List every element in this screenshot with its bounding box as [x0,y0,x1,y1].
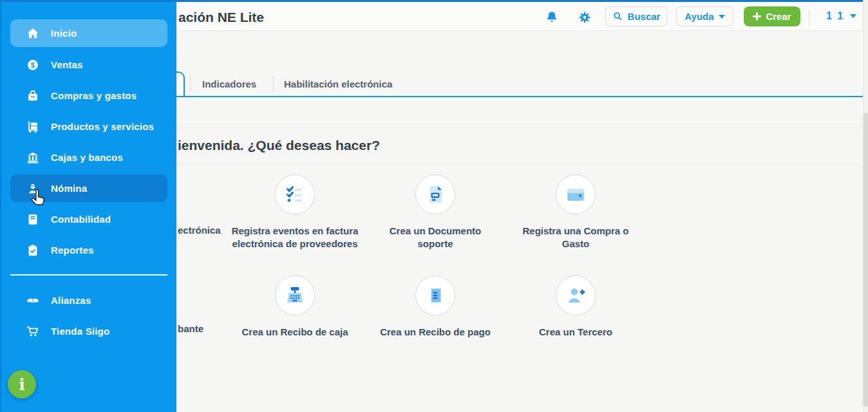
tab-indicadores[interactable]: Indicadores [202,72,256,97]
sidebar-divider [10,274,167,276]
card-documento-soporte[interactable]: Crea un Documento soporte [371,174,500,250]
plus-icon [753,12,761,21]
home-icon [26,26,40,41]
shopping-bag-icon [26,89,40,103]
top-accent-bar [0,0,868,2]
card-recibo-de-caja[interactable]: Crea un Recibo de caja [231,276,359,339]
create-button-label: Crear [766,11,791,22]
dolly-icon [26,120,40,134]
sidebar-item-label: Alianzas [51,295,91,306]
tab-separator [190,75,191,92]
document-icon [415,174,455,214]
tab-separator [273,75,274,92]
svg-text:$: $ [31,61,35,68]
cash-register-icon [275,276,315,315]
account-label: 1 1 [826,10,844,22]
sidebar-item-label: Inicio [51,28,77,39]
sidebar-item-nomina[interactable]: Nómina [10,174,167,202]
chevron-down-icon [719,15,725,19]
sidebar-item-label: Ventas [51,59,83,70]
card-recibo-de-pago[interactable]: Crea un Recibo de pago [371,276,500,339]
sidebar-item-label: Reportes [51,245,94,256]
card-label: Crea un Documento soporte [371,225,500,250]
sidebar-item-label: Compras y gastos [51,90,137,101]
scrollbar-thumb[interactable] [863,113,868,407]
info-badge[interactable]: i [8,370,36,398]
help-button-label: Ayuda [684,11,713,22]
sidebar-item-reportes[interactable]: Reportes [10,236,167,264]
sidebar-item-ventas[interactable]: $ Ventas [10,51,167,79]
card-label: Registra eventos en factura electrónica … [231,225,359,250]
sidebar-item-cajas-y-bancos[interactable]: Cajas y bancos [10,144,167,171]
clipboard-check-icon [26,243,40,258]
card-label: Registra una Compra o Gasto [511,225,640,250]
handshake-icon [26,294,40,308]
search-button-label: Buscar [628,11,661,22]
ledger-book-icon [26,212,40,227]
sidebar: Inicio $ Ventas Compras y gastos Product… [0,0,176,412]
notifications-bell-icon[interactable] [545,10,559,24]
card-label: Crea un Recibo de caja [231,326,359,339]
sidebar-item-productos-y-servicios[interactable]: Productos y servicios [10,113,167,140]
chevron-down-icon [850,14,856,18]
person-add-icon [556,276,596,315]
card-registra-eventos-factura[interactable]: Registra eventos en factura electrónica … [231,174,359,250]
card-label: Crea un Recibo de pago [371,326,500,339]
shopping-cart-icon [26,324,40,339]
receipt-icon [415,276,455,315]
account-menu[interactable]: 1 1 [826,10,856,22]
card-compra-o-gasto[interactable]: Registra una Compra o Gasto [511,174,640,250]
sidebar-item-label: Cajas y bancos [51,152,123,163]
sidebar-item-compras-y-gastos[interactable]: Compras y gastos [10,82,167,109]
sidebar-item-contabilidad[interactable]: Contabilidad [10,205,167,233]
help-button[interactable]: Ayuda [676,6,733,26]
bank-icon [26,151,40,165]
worker-icon [26,182,40,196]
header-divider [809,9,809,26]
gear-icon[interactable] [578,10,592,24]
card-factura-electronica-partial[interactable]: ectrónica [178,225,221,236]
sidebar-item-label: Nómina [51,183,87,194]
wallet-icon [556,174,596,214]
sidebar-item-inicio[interactable]: Inicio [10,19,167,47]
search-button[interactable]: Buscar [605,6,667,26]
dollar-icon: $ [26,58,40,72]
page-title: ación NE Lite [178,10,264,25]
welcome-heading: ienvenida. ¿Qué deseas hacer? [178,138,380,153]
tab-habilitacion-electronica[interactable]: Habilitación electrónica [284,72,392,97]
sidebar-item-label: Productos y servicios [51,121,154,132]
create-button[interactable]: Crear [744,6,800,26]
card-label: Crea un Tercero [511,326,640,339]
sidebar-item-alianzas[interactable]: Alianzas [10,286,167,314]
sidebar-item-tienda-siigo[interactable]: Tienda Siigo [10,317,167,345]
search-icon [612,11,623,22]
sidebar-item-label: Contabilidad [51,214,111,225]
card-tercero[interactable]: Crea un Tercero [511,276,640,339]
card-comprobante-partial[interactable]: bante [178,323,203,334]
sidebar-item-label: Tienda Siigo [51,326,109,337]
checklist-icon [275,174,315,214]
